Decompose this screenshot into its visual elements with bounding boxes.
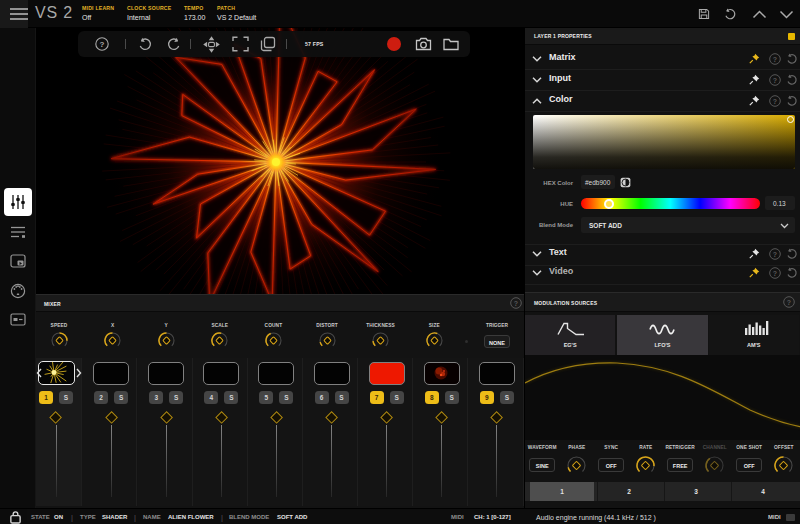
svg-text:?: ?	[773, 251, 777, 258]
svg-text:?: ?	[773, 270, 777, 277]
svg-text:?: ?	[100, 40, 105, 49]
svg-text:?: ?	[773, 98, 777, 105]
svg-text:?: ?	[514, 300, 518, 307]
svg-text:?: ?	[773, 77, 777, 84]
svg-text:?: ?	[787, 299, 791, 306]
svg-text:?: ?	[773, 56, 777, 63]
